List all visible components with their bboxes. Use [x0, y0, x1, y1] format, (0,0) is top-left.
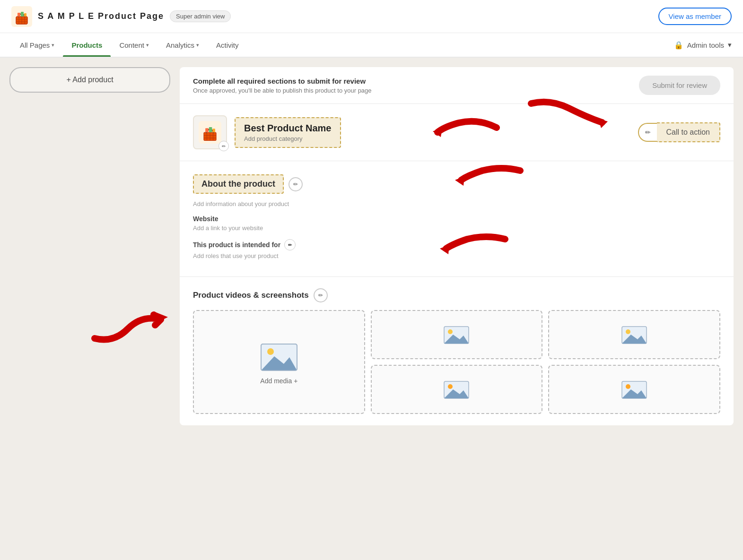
svg-marker-23: [598, 119, 608, 128]
media-thumb-3[interactable]: [371, 365, 543, 414]
header: S A M P L E Product Page Super admin vie…: [0, 0, 743, 33]
admin-badge: Super admin view: [170, 10, 231, 22]
media-thumb-icon-4: [621, 379, 647, 400]
media-thumb-1[interactable]: [371, 310, 543, 359]
media-thumb-icon-1: [444, 324, 469, 345]
submit-banner-subtitle: Once approved, you'll be able to publish…: [193, 87, 372, 94]
content-area: Complete all required sections to submit…: [180, 67, 734, 425]
add-product-button[interactable]: + Add product: [9, 67, 170, 93]
intended-for-field: This product is intended for ✏ Add roles…: [193, 239, 720, 259]
media-thumb-2[interactable]: [548, 310, 720, 359]
about-edit-button[interactable]: ✏: [288, 177, 303, 191]
nav-item-analytics[interactable]: Analytics ▾: [157, 33, 208, 57]
add-media-label: Add media +: [260, 377, 297, 385]
cta-edit-button[interactable]: ✏: [638, 123, 657, 142]
nav-item-all-pages[interactable]: All Pages ▾: [11, 33, 63, 57]
media-thumb-icon-3: [444, 379, 469, 400]
product-logo-icon: [199, 121, 221, 144]
chevron-down-icon: ▾: [196, 42, 199, 48]
product-name: Best Product Name: [244, 123, 332, 134]
intended-for-value: Add roles that use your product: [193, 252, 720, 259]
chevron-down-icon: ▾: [728, 41, 732, 49]
nav-left: All Pages ▾ Products Content ▾ Analytics…: [11, 33, 247, 57]
submit-banner: Complete all required sections to submit…: [180, 67, 734, 104]
submit-for-review-button[interactable]: Submit for review: [639, 76, 720, 95]
arrow-right-sidebar: [85, 291, 180, 348]
svg-point-32: [448, 329, 453, 334]
media-placeholder-icon: [260, 339, 298, 371]
product-icon-edit-button[interactable]: ✏: [219, 141, 229, 151]
intended-for-edit-button[interactable]: ✏: [284, 239, 296, 250]
media-section-header: Product videos & screenshots ✏: [193, 288, 720, 302]
product-icon-wrapper: ✏: [193, 115, 227, 149]
media-section-title: Product videos & screenshots: [193, 291, 309, 300]
about-description-field: Add information about your product: [193, 200, 720, 207]
main-layout: + Add product Complete all required sect…: [0, 58, 743, 435]
svg-point-38: [448, 384, 453, 389]
media-thumb-4[interactable]: [548, 365, 720, 414]
lock-icon: 🔒: [674, 41, 683, 50]
svg-point-28: [267, 348, 274, 355]
media-section: Product videos & screenshots ✏ Add media…: [180, 277, 734, 425]
main-nav: All Pages ▾ Products Content ▾ Analytics…: [0, 33, 743, 58]
about-section: About the product ✏ Add information abou…: [180, 161, 734, 277]
about-description-value: Add information about your product: [193, 200, 720, 207]
svg-marker-22: [433, 128, 442, 137]
submit-banner-title: Complete all required sections to submit…: [193, 77, 372, 85]
media-thumb-icon-2: [621, 324, 647, 345]
product-header-section: ✏ Best Product Name Add product category…: [180, 104, 734, 161]
view-as-member-button[interactable]: View as member: [658, 8, 732, 25]
admin-tools-menu[interactable]: 🔒 Admin tools ▾: [674, 41, 732, 50]
media-main-cell[interactable]: Add media +: [193, 310, 365, 414]
submit-banner-text: Complete all required sections to submit…: [193, 77, 372, 94]
website-label: Website: [193, 215, 720, 223]
arrow-left-name: [411, 109, 506, 156]
product-name-box[interactable]: Best Product Name Add product category: [235, 117, 341, 148]
svg-rect-19: [205, 128, 209, 132]
website-value: Add a link to your website: [193, 224, 720, 232]
product-category: Add product category: [244, 135, 332, 142]
header-left: S A M P L E Product Page Super admin vie…: [11, 6, 231, 27]
cta-label[interactable]: Call to action: [657, 122, 721, 142]
product-identity: ✏ Best Product Name Add product category: [193, 115, 341, 149]
site-title: S A M P L E Product Page: [38, 11, 164, 21]
svg-rect-20: [209, 127, 212, 132]
about-title: About the product: [201, 179, 275, 189]
website-field: Website Add a link to your website: [193, 215, 720, 232]
svg-rect-21: [212, 129, 215, 132]
svg-point-41: [626, 384, 630, 389]
intended-for-label: This product is intended for ✏: [193, 239, 720, 250]
svg-rect-8: [17, 13, 20, 17]
nav-item-products[interactable]: Products: [63, 33, 111, 57]
nav-item-content[interactable]: Content ▾: [111, 33, 157, 57]
svg-rect-9: [21, 12, 24, 17]
svg-rect-10: [24, 13, 26, 17]
sidebar: + Add product: [9, 67, 170, 425]
nav-item-activity[interactable]: Activity: [208, 33, 247, 57]
svg-point-35: [626, 329, 630, 334]
call-to-action-wrapper: ✏ Call to action: [638, 122, 721, 142]
about-section-header: About the product ✏: [193, 174, 720, 194]
chevron-down-icon: ▾: [146, 42, 149, 48]
about-title-box[interactable]: About the product: [193, 174, 284, 194]
logo-icon: [11, 6, 32, 27]
media-edit-button[interactable]: ✏: [314, 288, 328, 302]
media-grid: Add media +: [193, 310, 720, 414]
chevron-down-icon: ▾: [52, 42, 54, 48]
